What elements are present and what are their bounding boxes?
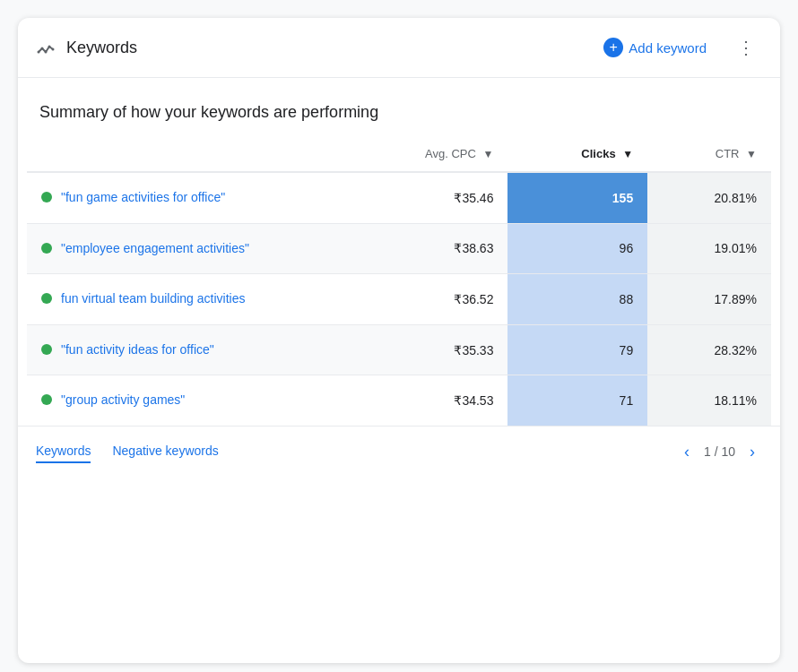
status-dot [41, 394, 52, 405]
ctr-sort-arrow: ▼ [746, 148, 757, 160]
avg-cpc-cell: ₹35.33 [340, 324, 508, 375]
col-header-avg-cpc[interactable]: Avg. CPC ▼ [340, 136, 508, 172]
keyword-cell: fun virtual team building activities [27, 274, 340, 325]
table-row: "group activity games" ₹34.537118.11% [27, 375, 771, 426]
clicks-cell: 88 [507, 274, 647, 325]
footer-tabs: Keywords Negative keywords [36, 440, 219, 463]
keyword-cell: "employee engagement activities" [27, 223, 340, 274]
header-right: + Add keyword ⋮ [594, 32, 762, 63]
plus-icon: + [603, 38, 623, 57]
keywords-card: Keywords + Add keyword ⋮ Summary of how … [18, 18, 780, 663]
tab-negative-keywords[interactable]: Negative keywords [112, 440, 218, 463]
clicks-sort-arrow: ▼ [622, 148, 633, 160]
svg-point-4 [52, 48, 55, 51]
keyword-text[interactable]: "employee engagement activities" [61, 240, 249, 258]
ctr-cell: 28.32% [647, 324, 771, 375]
ctr-cell: 20.81% [647, 172, 771, 223]
page-info: 1 / 10 [704, 444, 735, 459]
table-row: "fun game activities for office" ₹35.461… [27, 172, 771, 223]
col-header-keyword [27, 136, 340, 172]
table-row: "employee engagement activities" ₹38.639… [27, 223, 771, 274]
more-options-button[interactable]: ⋮ [730, 33, 762, 62]
tab-keywords[interactable]: Keywords [36, 440, 91, 463]
keywords-table-container: Avg. CPC ▼ Clicks ▼ CTR ▼ "fun [18, 136, 780, 426]
status-dot [41, 243, 52, 254]
summary-title: Summary of how your keywords are perform… [18, 78, 780, 136]
keyword-text[interactable]: "group activity games" [61, 392, 185, 409]
clicks-cell: 71 [507, 375, 647, 426]
card-header: Keywords + Add keyword ⋮ [18, 18, 780, 78]
avg-cpc-cell: ₹36.52 [340, 274, 508, 325]
col-header-clicks[interactable]: Clicks ▼ [507, 136, 647, 172]
col-header-ctr[interactable]: CTR ▼ [647, 136, 771, 172]
page-title: Keywords [66, 39, 137, 57]
status-dot [41, 293, 52, 304]
keyword-cell: "fun activity ideas for office" [27, 324, 340, 375]
svg-point-3 [48, 46, 51, 48]
avg-cpc-cell: ₹38.63 [340, 223, 508, 274]
keyword-text[interactable]: fun virtual team building activities [61, 290, 245, 308]
table-header-row: Avg. CPC ▼ Clicks ▼ CTR ▼ [27, 136, 771, 172]
header-left: Keywords [36, 37, 137, 58]
table-row: fun virtual team building activities ₹36… [27, 274, 771, 325]
avg-cpc-sort-arrow: ▼ [483, 148, 494, 160]
clicks-cell: 96 [507, 223, 647, 274]
avg-cpc-cell: ₹34.53 [340, 375, 508, 426]
prev-page-button[interactable]: ‹ [677, 439, 697, 465]
next-page-button[interactable]: › [742, 439, 762, 465]
keyword-text[interactable]: "fun game activities for office" [61, 189, 225, 207]
keyword-cell: "group activity games" [27, 375, 340, 426]
keywords-table: Avg. CPC ▼ Clicks ▼ CTR ▼ "fun [27, 136, 771, 426]
card-footer: Keywords Negative keywords ‹ 1 / 10 › [18, 426, 780, 478]
pagination: ‹ 1 / 10 › [677, 439, 762, 465]
avg-cpc-cell: ₹35.46 [340, 172, 508, 223]
keyword-cell: "fun game activities for office" [27, 172, 340, 223]
ctr-cell: 19.01% [647, 223, 771, 274]
svg-point-2 [45, 51, 48, 54]
status-dot [41, 192, 52, 202]
svg-point-0 [38, 51, 40, 54]
clicks-cell: 155 [507, 172, 647, 223]
ctr-cell: 18.11% [647, 375, 771, 426]
ctr-cell: 17.89% [647, 274, 771, 325]
keyword-text[interactable]: "fun activity ideas for office" [61, 341, 214, 359]
trends-icon [36, 37, 57, 58]
add-keyword-label: Add keyword [629, 40, 707, 56]
add-keyword-button[interactable]: + Add keyword [594, 32, 716, 63]
clicks-cell: 79 [507, 324, 647, 375]
table-row: "fun activity ideas for office" ₹35.3379… [27, 324, 771, 375]
svg-point-1 [41, 47, 44, 50]
status-dot [41, 344, 52, 355]
